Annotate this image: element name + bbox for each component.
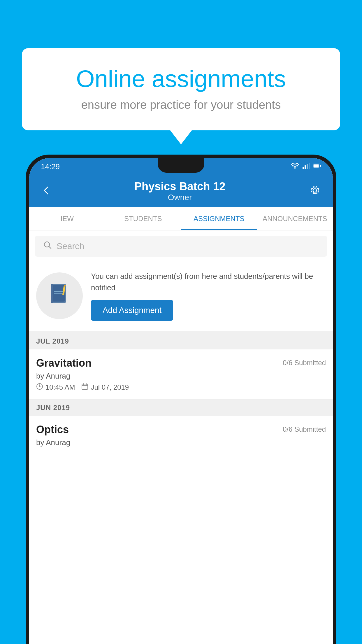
speech-bubble: Online assignments ensure more practice … [22, 48, 340, 130]
search-container: Search [29, 230, 333, 262]
app-bar-title-section: Physics Batch 12 Owner [51, 180, 308, 202]
assignment-time: 10:45 AM [45, 383, 75, 391]
phone-screen: 14:29 [29, 158, 333, 644]
search-bar[interactable]: Search [35, 236, 327, 257]
section-header-jun: JUN 2019 [29, 400, 333, 416]
tab-students[interactable]: STUDENTS [105, 207, 181, 230]
svg-rect-2 [307, 164, 308, 169]
svg-line-8 [49, 246, 51, 249]
phone-inner: 14:29 [29, 158, 333, 644]
assignment-by-optics: by Anurag [36, 438, 326, 447]
assignment-time-row: 10:45 AM Jul 07, 2019 [36, 383, 326, 392]
assignment-name: Gravitation [36, 357, 92, 369]
svg-rect-0 [303, 167, 304, 169]
notebook-icon [48, 282, 71, 310]
svg-rect-11 [51, 284, 53, 303]
assignment-submitted-optics: 0/6 Submitted [283, 425, 326, 433]
speech-bubble-container: Online assignments ensure more practice … [22, 48, 340, 130]
status-icons [291, 163, 321, 170]
svg-rect-6 [320, 165, 321, 167]
assignment-row-top: Gravitation 0/6 Submitted [36, 357, 326, 369]
svg-rect-20 [82, 384, 88, 389]
promo-icon-circle [36, 272, 83, 319]
battery-icon [313, 163, 321, 170]
phone-mockup: 14:29 [26, 155, 336, 644]
app-bar: Physics Batch 12 Owner [29, 175, 333, 207]
promo-content: You can add assignment(s) from here and … [91, 271, 326, 321]
tabs-bar: IEW STUDENTS ASSIGNMENTS ANNOUNCEMENTS [29, 207, 333, 230]
status-time: 14:29 [41, 162, 60, 171]
status-bar: 14:29 [29, 158, 333, 175]
assignment-name-optics: Optics [36, 424, 69, 436]
search-placeholder: Search [57, 241, 84, 251]
section-header-jul: JUL 2019 [29, 333, 333, 349]
search-icon [43, 241, 52, 252]
tab-assignments[interactable]: ASSIGNMENTS [181, 207, 257, 230]
time-item: 10:45 AM [36, 383, 75, 392]
bubble-subtitle: ensure more practice for your students [42, 98, 320, 111]
back-button[interactable] [41, 185, 51, 197]
settings-button[interactable] [308, 184, 321, 198]
assignment-item-gravitation[interactable]: Gravitation 0/6 Submitted by Anurag [29, 349, 333, 400]
calendar-icon [81, 383, 88, 392]
svg-rect-1 [305, 165, 306, 169]
assignment-by: by Anurag [36, 372, 326, 381]
app-bar-title: Physics Batch 12 [51, 180, 308, 193]
svg-rect-3 [309, 163, 310, 169]
bubble-title: Online assignments [42, 66, 320, 92]
notch [158, 158, 204, 173]
promo-description: You can add assignment(s) from here and … [91, 271, 326, 293]
clock-icon [36, 383, 43, 392]
wifi-icon [291, 163, 299, 170]
assignment-row-top-2: Optics 0/6 Submitted [36, 424, 326, 436]
signal-icon [303, 163, 310, 170]
assignment-date: Jul 07, 2019 [91, 383, 129, 391]
add-assignment-promo: You can add assignment(s) from here and … [29, 262, 333, 333]
svg-line-19 [40, 386, 41, 387]
add-assignment-button[interactable]: Add Assignment [91, 300, 173, 321]
tab-announcements[interactable]: ANNOUNCEMENTS [257, 207, 333, 230]
assignment-item-optics[interactable]: Optics 0/6 Submitted by Anurag [29, 416, 333, 457]
date-item: Jul 07, 2019 [81, 383, 129, 392]
assignment-submitted: 0/6 Submitted [283, 359, 326, 367]
svg-rect-5 [314, 164, 319, 168]
tab-iew[interactable]: IEW [29, 207, 105, 230]
app-bar-subtitle: Owner [51, 193, 308, 202]
